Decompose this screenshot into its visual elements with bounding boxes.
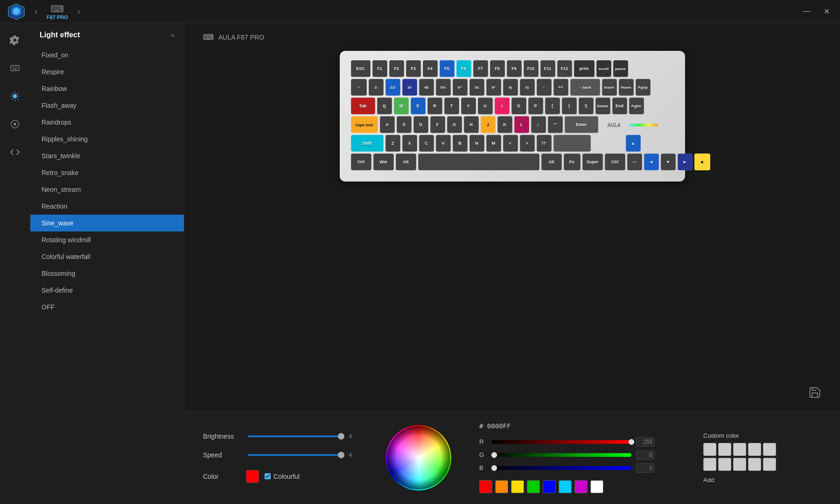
key-slash[interactable]: /? [537,135,552,152]
key-i[interactable]: I [495,98,510,114]
custom-slot-4[interactable] [748,443,761,456]
key-dash-r[interactable]: — [627,154,642,170]
key-alt-right[interactable]: Alt [541,154,562,170]
key-insert[interactable]: Insert [602,79,617,96]
key-tilde[interactable]: ~ [351,79,367,96]
colourful-checkbox[interactable] [265,473,271,479]
custom-slot-7[interactable] [718,458,731,471]
key-tab[interactable]: Tab [351,98,375,114]
key-d[interactable]: D [413,116,428,133]
key-ctrl-left[interactable]: Ctrl [351,154,371,170]
key-f[interactable]: F [430,116,445,133]
key-f10[interactable]: F10 [524,60,539,77]
key-comma[interactable]: < [503,135,518,152]
key-g[interactable]: G [447,116,462,133]
key-space[interactable] [418,154,539,170]
sidebar-icon-code[interactable] [6,143,24,161]
key-f3[interactable]: F3 [406,60,421,77]
custom-slot-5[interactable] [763,443,776,456]
key-pgdn[interactable]: PgDn [629,98,644,114]
preset-color-4[interactable] [527,480,540,493]
save-button[interactable] [808,386,821,401]
key-down[interactable]: ▼ [661,154,676,170]
key-f11[interactable]: F11 [540,60,555,77]
key-equal[interactable]: =+ [553,79,568,96]
b-value[interactable] [636,463,655,473]
key-0[interactable]: 0) [520,79,535,96]
effect-item-blossoming[interactable]: Blossoming [30,265,184,282]
effect-item-rotating_windmill[interactable]: Rotating windmill [30,231,184,248]
key-o[interactable]: O [511,98,526,114]
key-right[interactable]: ► [678,154,693,170]
key-f8[interactable]: F8 [490,60,505,77]
key-j[interactable]: J [481,116,496,133]
close-button[interactable]: ✕ [821,6,833,17]
r-thumb[interactable] [629,439,634,445]
key-left[interactable]: ◄ [644,154,659,170]
key-scroll[interactable]: scroll [596,60,611,77]
key-u[interactable]: U [478,98,493,114]
g-slider[interactable] [491,453,631,457]
effect-item-rainbow[interactable]: Rainbow [30,80,184,97]
key-s[interactable]: S [397,116,412,133]
nav-back-button[interactable]: ‹ [31,5,41,18]
key-capslock[interactable]: Caps lock [351,116,378,133]
nav-forward-button[interactable]: › [74,5,84,18]
preset-color-6[interactable] [559,480,572,493]
preset-color-1[interactable] [479,480,492,493]
key-a[interactable]: A [380,116,395,133]
b-thumb[interactable] [491,465,497,471]
sidebar-icon-keyboard[interactable] [6,59,24,77]
key-k[interactable]: K [497,116,512,133]
key-7[interactable]: 7& [469,79,484,96]
preset-color-8[interactable] [590,480,603,493]
effect-item-reaction[interactable]: Reaction [30,198,184,215]
sidebar-icon-light[interactable] [6,87,24,105]
custom-slot-1[interactable] [703,443,716,456]
preset-color-5[interactable] [543,480,556,493]
key-semi[interactable]: ;: [531,116,546,133]
effect-item-flash_away[interactable]: Flash_away [30,97,184,114]
effect-item-self_define[interactable]: Self-define [30,282,184,299]
brightness-thumb[interactable] [338,433,344,440]
key-3[interactable]: 3# [402,79,417,96]
g-value[interactable] [636,450,655,460]
effect-item-retro_snake[interactable]: Retro_snake [30,164,184,181]
key-h[interactable]: H [464,116,479,133]
key-z[interactable]: Z [385,135,400,152]
key-r[interactable]: R [427,98,442,114]
speed-thumb[interactable] [338,452,344,458]
effect-item-fixed_on[interactable]: Fixed_on [30,47,184,63]
custom-slot-2[interactable] [718,443,731,456]
effect-item-raindrops[interactable]: Raindrops [30,114,184,131]
key-1[interactable]: 1! [369,79,384,96]
key-2[interactable]: 2@ [385,79,400,96]
key-f4[interactable]: F4 [423,60,438,77]
effect-item-ripples_shining[interactable]: Ripples_shining [30,131,184,147]
key-w[interactable]: W [394,98,409,114]
preset-color-3[interactable] [511,480,524,493]
custom-slot-3[interactable] [733,443,746,456]
key-f7[interactable]: F7 [473,60,488,77]
key-rbrace[interactable]: } [562,98,577,114]
key-v[interactable]: V [436,135,451,152]
effect-item-respire[interactable]: Respire [30,63,184,80]
add-button[interactable]: Add [703,476,776,483]
key-f6[interactable]: F6 [456,60,471,77]
key-f9[interactable]: F9 [507,60,522,77]
effect-item-off[interactable]: OFF [30,299,184,315]
key-fn[interactable]: Fn [564,154,581,170]
key-up[interactable]: ▲ [626,135,641,152]
key-l[interactable]: L [514,116,529,133]
key-f1[interactable]: F1 [372,60,387,77]
expand-button[interactable]: » [171,31,175,39]
key-8[interactable]: 8* [486,79,501,96]
key-y[interactable]: Y [461,98,476,114]
r-slider[interactable] [491,440,631,444]
custom-slot-9[interactable] [748,458,761,471]
g-thumb[interactable] [491,452,497,458]
key-m[interactable]: M [486,135,501,152]
key-enter[interactable]: Enter [565,116,598,133]
key-9[interactable]: 9( [503,79,518,96]
key-super[interactable]: Super [582,154,603,170]
